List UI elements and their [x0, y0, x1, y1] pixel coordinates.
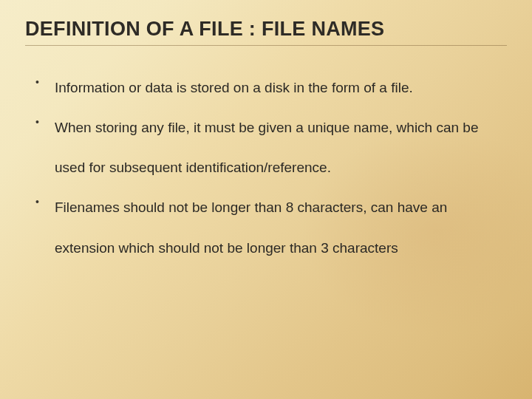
- slide-title: DEFINITION OF A FILE : FILE NAMES: [25, 18, 507, 46]
- list-item: When storing any file, it must be given …: [30, 108, 507, 188]
- bullet-list: Information or data is stored on a disk …: [25, 68, 507, 268]
- list-item: Information or data is stored on a disk …: [30, 68, 507, 108]
- slide: DEFINITION OF A FILE : FILE NAMES Inform…: [0, 0, 532, 399]
- list-item: Filenames should not be longer than 8 ch…: [30, 188, 507, 267]
